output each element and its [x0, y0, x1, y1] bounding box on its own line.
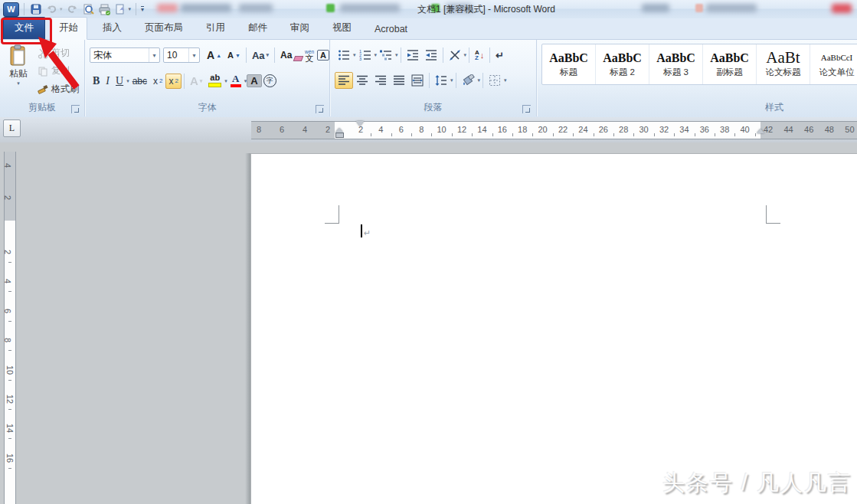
ruler-number: 10 — [5, 365, 15, 374]
redo-icon[interactable] — [66, 3, 79, 16]
paste-button[interactable]: 粘贴 ▾ — [5, 44, 32, 87]
style-chip[interactable]: AaBbC标题 3 — [649, 44, 703, 84]
bold-button[interactable]: B — [90, 73, 103, 90]
tab-insert[interactable]: 插入 — [95, 18, 129, 39]
ruler-number: 48 — [825, 125, 834, 134]
clear-formatting-button[interactable]: Aa — [277, 47, 302, 63]
highlight-color-button[interactable]: ab — [205, 73, 224, 89]
ruler-tick — [633, 133, 634, 136]
quick-print-icon[interactable] — [98, 3, 111, 16]
multilevel-dropdown-arrow[interactable]: ▾ — [395, 52, 398, 58]
borders-dropdown-arrow[interactable]: ▾ — [504, 77, 507, 83]
ruler-number: 8 — [257, 125, 261, 134]
font-dialog-launcher[interactable] — [316, 105, 324, 113]
document-area: 42246810121416 头条号 / 凡人凡言 ↵ — [0, 142, 857, 504]
align-center-button[interactable] — [353, 72, 371, 89]
open-recent-file-icon[interactable] — [114, 3, 127, 16]
tab-home[interactable]: 开始 — [50, 17, 87, 40]
ruler-tick — [431, 133, 432, 136]
style-chip[interactable]: AaBt论文标题 — [757, 44, 810, 84]
align-right-icon — [375, 74, 387, 87]
character-border-button[interactable]: A — [317, 50, 329, 61]
tab-mailings[interactable]: 邮件 — [240, 18, 275, 39]
multilevel-list-button[interactable] — [377, 47, 395, 64]
ruler-tick — [755, 133, 756, 136]
justify-button[interactable] — [390, 72, 408, 89]
redacted-blur — [832, 4, 852, 13]
save-icon[interactable] — [29, 3, 42, 16]
strikethrough-button[interactable]: abc — [129, 74, 150, 89]
decrease-indent-button[interactable] — [404, 47, 422, 64]
divider — [24, 3, 25, 15]
cut-icon — [38, 48, 48, 59]
asian-layout-button[interactable] — [446, 47, 464, 64]
left-indent-marker[interactable] — [335, 128, 344, 138]
bullets-dropdown-arrow[interactable]: ▾ — [353, 52, 356, 58]
grow-font-button[interactable]: A▲ — [204, 47, 224, 64]
distribute-button[interactable] — [408, 72, 427, 89]
clipboard-dialog-launcher[interactable] — [71, 105, 80, 113]
tab-file[interactable]: 文件 — [3, 17, 45, 39]
superscript-button[interactable]: x2 — [165, 74, 181, 89]
paragraph-dialog-launcher[interactable] — [522, 105, 531, 113]
undo-icon[interactable] — [45, 3, 58, 16]
copy-button[interactable]: 复制 — [35, 63, 81, 79]
tab-selector-button[interactable]: L — [3, 119, 21, 137]
font-size-combo[interactable]: 10▾ — [163, 47, 200, 63]
align-left-button[interactable] — [335, 72, 353, 89]
style-preview: AaBbC — [656, 51, 695, 64]
style-chip[interactable]: AaBbC标题 2 — [596, 44, 649, 84]
undo-dropdown-arrow[interactable]: ▾ — [60, 6, 63, 12]
font-color-button[interactable]: A — [227, 73, 244, 89]
phonetic-guide-button[interactable]: wén 文 — [302, 49, 317, 61]
increase-indent-button[interactable] — [422, 47, 440, 64]
character-shading-button[interactable]: A — [247, 74, 261, 87]
borders-button[interactable] — [486, 72, 504, 89]
ruler-number: 4 — [378, 125, 383, 134]
enclose-characters-button[interactable]: 字 — [262, 73, 278, 89]
numbering-button[interactable]: 123 — [356, 47, 375, 64]
horizontal-ruler[interactable]: 8642246810121416182022242628303234363840… — [251, 121, 857, 139]
svg-text:3: 3 — [359, 57, 361, 61]
line-spacing-button[interactable] — [432, 72, 450, 89]
style-chip[interactable]: AaBbC标题 — [542, 44, 596, 84]
print-preview-icon[interactable] — [82, 3, 95, 16]
tab-page-layout[interactable]: 页面布局 — [137, 18, 191, 39]
align-right-button[interactable] — [371, 72, 390, 89]
underline-button[interactable]: U — [113, 73, 126, 90]
subscript-button[interactable]: x2 — [150, 74, 165, 89]
tab-review[interactable]: 审阅 — [283, 18, 317, 39]
quick-access-toolbar: W ▾ ▾ ▾ — [3, 2, 144, 17]
ruler-number: 22 — [558, 125, 568, 134]
font-name-combo[interactable]: 宋体▾ — [90, 47, 160, 63]
style-chip[interactable]: AaBbCcI论文单位 — [810, 44, 857, 84]
style-chip[interactable]: AaBbC副标题 — [703, 44, 757, 84]
shading-dropdown-arrow[interactable]: ▾ — [478, 77, 481, 83]
word-logo-icon[interactable]: W — [3, 2, 19, 17]
change-case-button[interactable]: Aa▾ — [249, 47, 272, 64]
tab-acrobat[interactable]: Acrobat — [367, 20, 415, 39]
format-painter-button[interactable]: 格式刷 — [35, 81, 81, 97]
cut-button[interactable]: 剪切 — [35, 45, 81, 61]
tab-view[interactable]: 视图 — [325, 18, 359, 39]
open-recent-dropdown-arrow[interactable]: ▾ — [129, 6, 132, 12]
shrink-font-button[interactable]: A▼ — [224, 48, 244, 62]
customize-qat-icon[interactable]: ▾ — [141, 6, 144, 12]
line-spacing-dropdown-arrow[interactable]: ▾ — [450, 77, 453, 83]
font-size-dropdown-arrow[interactable]: ▾ — [188, 48, 199, 62]
paste-dropdown-arrow[interactable]: ▾ — [5, 80, 32, 87]
shading-button[interactable] — [459, 72, 478, 89]
ruler-tick — [8, 321, 11, 322]
style-preview: AaBbC — [710, 51, 749, 64]
show-hide-marks-button[interactable]: ↵ — [492, 47, 507, 64]
italic-button[interactable]: I — [103, 73, 113, 90]
asian-layout-dropdown-arrow[interactable]: ▾ — [464, 52, 467, 58]
paragraph-group: ▾ 123▾ ▾ ▾ AZ ↓ ↵ ▾ ▾ — [330, 40, 537, 116]
sort-button[interactable]: AZ ↓ — [472, 47, 487, 63]
font-name-dropdown-arrow[interactable]: ▾ — [149, 48, 159, 62]
vertical-ruler[interactable]: 42246810121416 — [4, 152, 16, 504]
tab-references[interactable]: 引用 — [198, 18, 233, 39]
font-group: 宋体▾ 10▾ A▲ A▼ Aa▾ Aa wén 文 A B I U ▾ abc… — [85, 40, 330, 116]
text-effects-button[interactable]: A▾ — [187, 72, 205, 90]
bullets-button[interactable] — [335, 47, 353, 64]
